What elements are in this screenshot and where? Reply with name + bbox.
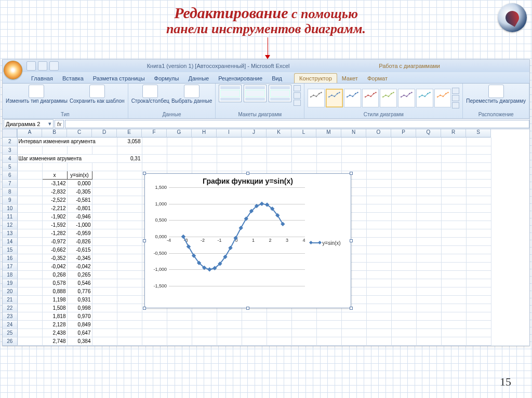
- cell[interactable]: [441, 312, 466, 320]
- cell[interactable]: [441, 279, 466, 287]
- scroll-mid-icon[interactable]: [452, 95, 459, 101]
- chart-layout-thumb[interactable]: [269, 85, 291, 102]
- cell[interactable]: 0,998: [67, 304, 92, 312]
- cell[interactable]: [366, 328, 391, 337]
- column-header[interactable]: J: [242, 129, 267, 138]
- cell[interactable]: [92, 146, 117, 154]
- column-header[interactable]: N: [341, 129, 366, 138]
- cell[interactable]: [291, 337, 316, 345]
- row-header[interactable]: 11: [3, 212, 17, 221]
- cell[interactable]: [92, 337, 117, 345]
- column-header[interactable]: D: [92, 129, 117, 138]
- cell[interactable]: [117, 212, 142, 221]
- cell[interactable]: -0,959: [67, 229, 92, 237]
- cell[interactable]: [416, 304, 441, 312]
- chart-style-thumb[interactable]: [362, 89, 379, 107]
- tab-design[interactable]: Конструктор: [294, 73, 337, 83]
- cell[interactable]: [391, 212, 416, 221]
- cell[interactable]: 3,058: [117, 138, 142, 146]
- cell[interactable]: [17, 171, 42, 179]
- row-header[interactable]: 4: [3, 154, 17, 162]
- cell[interactable]: [217, 162, 242, 171]
- cell[interactable]: [92, 221, 117, 229]
- cell[interactable]: [167, 138, 192, 146]
- cell[interactable]: [416, 245, 441, 254]
- cell[interactable]: [441, 328, 466, 337]
- cell[interactable]: [142, 138, 167, 146]
- cell[interactable]: -2,832: [42, 187, 67, 196]
- cell[interactable]: [267, 337, 291, 345]
- cell[interactable]: [391, 287, 416, 295]
- cell[interactable]: [466, 337, 491, 345]
- cell[interactable]: [117, 328, 142, 337]
- cell[interactable]: [117, 312, 142, 320]
- cell[interactable]: [92, 171, 117, 179]
- cell[interactable]: [192, 162, 217, 171]
- cell[interactable]: [391, 320, 416, 328]
- cell[interactable]: [167, 154, 192, 162]
- column-header[interactable]: S: [466, 129, 491, 138]
- tab-format[interactable]: Формат: [363, 74, 392, 83]
- row-header[interactable]: 18: [3, 270, 17, 279]
- cell[interactable]: [267, 154, 291, 162]
- chart-object[interactable]: График функции y=sin(x) 1,5001,0000,5000…: [144, 173, 351, 308]
- cell[interactable]: [466, 221, 491, 229]
- tab-layout-ctx[interactable]: Макет: [337, 74, 363, 83]
- cell[interactable]: [242, 328, 267, 337]
- cell[interactable]: -0,042: [67, 262, 92, 270]
- cell[interactable]: [242, 312, 267, 320]
- cell[interactable]: [17, 204, 42, 212]
- cell[interactable]: [92, 187, 117, 196]
- cell[interactable]: [92, 204, 117, 212]
- row-header[interactable]: 22: [3, 304, 17, 312]
- cell[interactable]: [291, 154, 316, 162]
- cell[interactable]: [242, 138, 267, 146]
- cell[interactable]: [17, 320, 42, 328]
- cell[interactable]: [17, 312, 42, 320]
- cell[interactable]: [117, 229, 142, 237]
- cell[interactable]: [267, 328, 291, 337]
- cell[interactable]: 0,265: [67, 270, 92, 279]
- scroll-mid-icon[interactable]: [294, 92, 301, 99]
- cell[interactable]: -2,212: [42, 204, 67, 212]
- cell[interactable]: [117, 204, 142, 212]
- cell[interactable]: [366, 254, 391, 262]
- cell[interactable]: [316, 337, 341, 345]
- column-header[interactable]: G: [167, 129, 192, 138]
- cell[interactable]: [366, 312, 391, 320]
- row-header[interactable]: 20: [3, 287, 17, 295]
- cell[interactable]: [366, 270, 391, 279]
- save-as-template-button[interactable]: Сохранить как шаблон: [70, 85, 125, 104]
- chart-style-thumb[interactable]: [434, 89, 451, 107]
- resize-handle[interactable]: [246, 307, 249, 310]
- cell[interactable]: [92, 312, 117, 320]
- cell[interactable]: 0,647: [67, 328, 92, 337]
- chart-layout-thumb[interactable]: [244, 85, 267, 102]
- row-header[interactable]: 12: [3, 221, 17, 229]
- cell[interactable]: [391, 204, 416, 212]
- cell[interactable]: [366, 171, 391, 179]
- cell[interactable]: [366, 204, 391, 212]
- cell[interactable]: [366, 229, 391, 237]
- cell[interactable]: [92, 229, 117, 237]
- cell[interactable]: [441, 245, 466, 254]
- cell[interactable]: [416, 221, 441, 229]
- cell[interactable]: [17, 262, 42, 270]
- row-header[interactable]: 9: [3, 196, 17, 204]
- cell[interactable]: [391, 328, 416, 337]
- cell[interactable]: [92, 254, 117, 262]
- cell[interactable]: [466, 154, 491, 162]
- cell[interactable]: [391, 270, 416, 279]
- cell[interactable]: [167, 337, 192, 345]
- cell[interactable]: [267, 312, 291, 320]
- row-header[interactable]: 6: [3, 171, 17, 179]
- chart-style-thumb[interactable]: [326, 89, 343, 107]
- row-header[interactable]: 3: [3, 146, 17, 154]
- select-data-button[interactable]: Выбрать данные: [171, 85, 212, 104]
- fx-icon[interactable]: fx: [55, 120, 64, 128]
- cell[interactable]: [117, 337, 142, 345]
- cell[interactable]: [441, 221, 466, 229]
- cell[interactable]: [416, 279, 441, 287]
- cell[interactable]: [42, 162, 67, 171]
- cell[interactable]: [267, 138, 291, 146]
